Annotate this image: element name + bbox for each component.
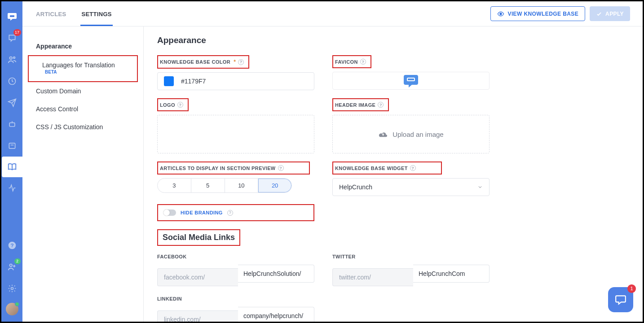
help-icon[interactable]: ? [410, 165, 416, 171]
help-icon[interactable]: ? [177, 102, 183, 108]
sidebar-item-appearance[interactable]: Appearance [22, 37, 143, 55]
help-icon[interactable]: ? [5, 239, 19, 252]
linkedin-input[interactable]: company/helpcrunch/ [238, 307, 314, 322]
sidebar-item-label: Languages for Translation [42, 61, 115, 69]
page-title: Appearance [157, 35, 629, 45]
book-icon[interactable] [2, 157, 22, 177]
label-articles-preview: ARTICLES TO DISPLAY IN SECTION PREVIEW ? [160, 163, 287, 173]
tab-settings[interactable]: SETTINGS [80, 2, 112, 26]
chevron-down-icon [477, 184, 483, 190]
header-image-dropzone[interactable]: Upload an image [332, 115, 490, 153]
svg-point-1 [9, 57, 12, 59]
sidebar-item-access-control[interactable]: Access Control [22, 100, 143, 118]
facebook-prefix: facebook.com/ [157, 268, 238, 286]
account-icon[interactable]: 2 [5, 260, 19, 274]
gear-icon[interactable] [5, 282, 19, 295]
brand-logo[interactable] [5, 10, 19, 23]
opt-5[interactable]: 5 [191, 179, 225, 192]
sidebar-item-custom-domain[interactable]: Custom Domain [22, 82, 143, 100]
favicon-preview[interactable] [332, 72, 490, 90]
help-icon[interactable]: ? [238, 59, 244, 65]
view-kb-label: VIEW KNOWLEDGE BASE [507, 11, 578, 17]
kb-color-input[interactable]: #1179F7 [157, 72, 314, 90]
activity-icon[interactable] [5, 181, 19, 195]
hide-branding-toggle[interactable] [163, 210, 176, 216]
sidebar-item-css-js[interactable]: CSS / JS Customization [22, 118, 143, 136]
help-icon[interactable]: ? [227, 210, 233, 216]
social-title: Social Media Links [160, 231, 238, 244]
window-icon[interactable] [5, 139, 19, 153]
label-kb-color: KNOWLEDGE BASE COLOR* ? [160, 57, 247, 67]
label-logo: LOGO ? [160, 100, 186, 109]
apply-label: APPLY [605, 11, 624, 17]
label-kb-widget: KNOWLEDGE BASE WIDGET ? [335, 163, 419, 173]
help-icon[interactable]: ? [378, 102, 384, 108]
label-facebook: FACEBOOK [157, 252, 190, 261]
opt-20[interactable]: 20 [258, 179, 291, 192]
kb-widget-value: HelpCrunch [339, 183, 372, 191]
send-icon[interactable] [5, 96, 19, 109]
svg-point-10 [500, 13, 502, 15]
svg-point-9 [11, 288, 13, 290]
label-linkedin: LINKEDIN [157, 294, 185, 303]
help-icon[interactable]: ? [360, 59, 366, 65]
avatar[interactable] [6, 303, 18, 315]
people-icon[interactable] [5, 53, 19, 66]
bot-icon[interactable] [5, 118, 19, 131]
apply-button[interactable]: APPLY [590, 6, 630, 21]
beta-badge: BETA [45, 70, 57, 74]
svg-point-2 [13, 57, 15, 59]
label-favicon: FAVICON ? [335, 57, 369, 66]
clock-icon[interactable] [5, 74, 19, 88]
kb-color-value: #1179F7 [181, 78, 206, 85]
facebook-input[interactable]: HelpCrunchSolution/ [238, 265, 314, 283]
kb-widget-select[interactable]: HelpCrunch [332, 178, 490, 196]
twitter-input[interactable]: HelpCrunchCom [413, 265, 490, 283]
label-twitter: TWITTER [332, 252, 358, 261]
linkedin-prefix: linkedin.com/ [157, 310, 238, 322]
inbox-badge: 17 [13, 29, 21, 36]
help-icon[interactable]: ? [278, 165, 284, 171]
opt-3[interactable]: 3 [158, 179, 191, 192]
label-header-image: HEADER IMAGE ? [335, 100, 386, 109]
svg-rect-0 [10, 15, 14, 17]
opt-10[interactable]: 10 [225, 179, 258, 192]
hide-branding-label: HIDE BRANDING [181, 210, 223, 215]
account-badge: 2 [14, 258, 21, 264]
articles-segmented[interactable]: 3 5 10 20 [157, 178, 292, 193]
inbox-icon[interactable]: 17 [5, 31, 19, 45]
fab-badge: 1 [627, 284, 636, 293]
logo-dropzone[interactable] [157, 115, 314, 153]
upload-text: Upload an image [393, 131, 443, 138]
color-swatch [164, 76, 174, 86]
sidebar-item-languages[interactable]: Languages for Translation BETA [29, 56, 137, 81]
tab-articles[interactable]: ARTICLES [35, 2, 67, 26]
view-kb-button[interactable]: VIEW KNOWLEDGE BASE [490, 6, 585, 21]
svg-rect-5 [9, 143, 15, 148]
svg-point-8 [9, 264, 12, 267]
svg-rect-4 [9, 123, 15, 127]
chat-fab[interactable]: 1 [608, 287, 633, 312]
svg-text:?: ? [10, 242, 13, 248]
twitter-prefix: twitter.com/ [332, 268, 413, 286]
